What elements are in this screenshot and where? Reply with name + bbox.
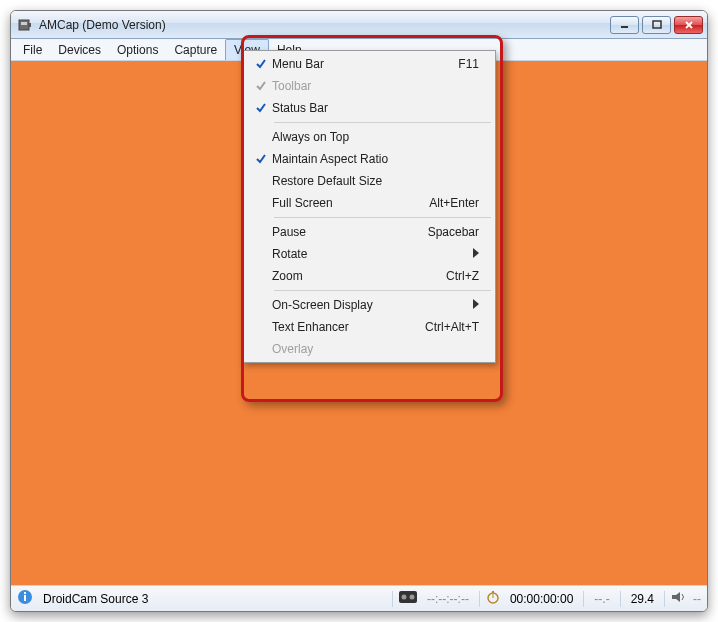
menu-item-label: Restore Default Size <box>272 174 479 188</box>
menu-item-label: Pause <box>272 225 428 239</box>
volume-indicator: -- <box>693 592 701 606</box>
checkmark-icon <box>250 58 272 70</box>
checkmark-icon <box>250 102 272 114</box>
tape-icon <box>399 591 417 606</box>
menu-item-maintain-aspect-ratio[interactable]: Maintain Aspect Ratio <box>246 148 493 170</box>
menu-item-label: Always on Top <box>272 130 479 144</box>
menu-item-accelerator: Ctrl+Z <box>446 269 479 283</box>
info-icon <box>17 589 33 608</box>
close-button[interactable] <box>674 16 703 34</box>
view-dropdown: Menu BarF11ToolbarStatus BarAlways on To… <box>243 50 496 363</box>
menu-file[interactable]: File <box>15 39 50 60</box>
svg-rect-2 <box>29 23 31 27</box>
menu-item-always-on-top[interactable]: Always on Top <box>246 126 493 148</box>
minimize-button[interactable] <box>610 16 639 34</box>
menu-item-label: On-Screen Display <box>272 298 473 312</box>
menu-item-menu-bar[interactable]: Menu BarF11 <box>246 53 493 75</box>
menu-item-accelerator: Spacebar <box>428 225 479 239</box>
svg-point-11 <box>401 595 406 600</box>
menu-item-label: Maintain Aspect Ratio <box>272 152 479 166</box>
statusbar: DroidCam Source 3 --:--:--:-- 00:00:00:0… <box>11 585 707 611</box>
menu-item-toolbar: Toolbar <box>246 75 493 97</box>
menu-item-label: Menu Bar <box>272 57 458 71</box>
menu-item-label: Text Enhancer <box>272 320 425 334</box>
svg-point-12 <box>409 595 414 600</box>
window-title: AMCap (Demo Version) <box>39 18 607 32</box>
svg-marker-17 <box>473 248 479 258</box>
svg-rect-1 <box>21 22 27 25</box>
menu-item-label: Status Bar <box>272 101 479 115</box>
svg-marker-18 <box>473 299 479 309</box>
menu-separator <box>274 290 491 291</box>
speaker-icon[interactable] <box>671 590 687 607</box>
menu-item-full-screen[interactable]: Full ScreenAlt+Enter <box>246 192 493 214</box>
menu-item-rotate[interactable]: Rotate <box>246 243 493 265</box>
menu-item-on-screen-display[interactable]: On-Screen Display <box>246 294 493 316</box>
stopwatch-icon <box>486 590 500 607</box>
menu-item-restore-default-size[interactable]: Restore Default Size <box>246 170 493 192</box>
menu-item-accelerator: F11 <box>458 57 479 71</box>
maximize-button[interactable] <box>642 16 671 34</box>
svg-marker-16 <box>672 592 680 602</box>
menu-item-label: Overlay <box>272 342 479 356</box>
checkmark-icon <box>250 80 272 92</box>
status-tape-time: --:--:--:-- <box>423 592 473 606</box>
menu-separator <box>274 122 491 123</box>
checkmark-icon <box>250 153 272 165</box>
menu-devices[interactable]: Devices <box>50 39 109 60</box>
submenu-arrow-icon <box>473 298 479 312</box>
svg-rect-4 <box>653 21 661 28</box>
svg-rect-8 <box>24 595 26 601</box>
menu-options[interactable]: Options <box>109 39 166 60</box>
menu-item-label: Toolbar <box>272 79 479 93</box>
menu-item-zoom[interactable]: ZoomCtrl+Z <box>246 265 493 287</box>
menu-item-label: Zoom <box>272 269 446 283</box>
svg-rect-14 <box>492 591 494 593</box>
submenu-arrow-icon <box>473 247 479 261</box>
menu-item-accelerator: Alt+Enter <box>429 196 479 210</box>
menu-item-accelerator: Ctrl+Alt+T <box>425 320 479 334</box>
menu-capture[interactable]: Capture <box>166 39 225 60</box>
status-fps: 29.4 <box>627 592 658 606</box>
svg-rect-9 <box>24 592 26 594</box>
menu-separator <box>274 217 491 218</box>
titlebar[interactable]: AMCap (Demo Version) <box>11 11 707 39</box>
menu-item-text-enhancer[interactable]: Text EnhancerCtrl+Alt+T <box>246 316 493 338</box>
status-clock-time: 00:00:00:00 <box>506 592 577 606</box>
menu-item-pause[interactable]: PauseSpacebar <box>246 221 493 243</box>
menu-item-label: Full Screen <box>272 196 429 210</box>
menu-item-overlay: Overlay <box>246 338 493 360</box>
menu-item-status-bar[interactable]: Status Bar <box>246 97 493 119</box>
status-source: DroidCam Source 3 <box>39 592 386 606</box>
app-icon <box>17 17 33 33</box>
status-dropped: --.- <box>590 592 613 606</box>
menu-item-label: Rotate <box>272 247 473 261</box>
